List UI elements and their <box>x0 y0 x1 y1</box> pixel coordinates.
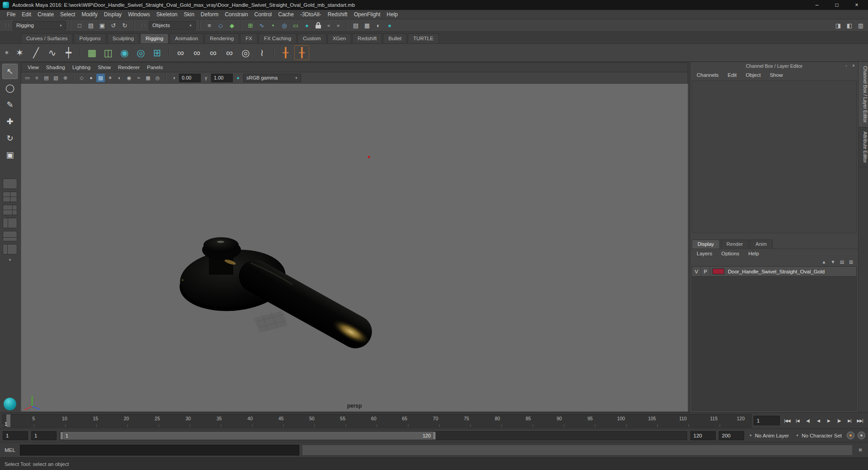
time-slider-ruler[interactable]: 1 5 10 15 20 25 30 35 40 45 50 55 60 65 … <box>2 414 751 428</box>
smooth-shade-icon[interactable]: ● <box>87 74 95 82</box>
panel-splitter[interactable] <box>690 233 858 239</box>
command-language-toggle[interactable]: MEL <box>3 447 17 453</box>
snap-to-curve-icon[interactable]: ∿ <box>257 20 267 30</box>
side-tab-channel-box[interactable]: Channel Box / Layer Editor <box>859 62 868 127</box>
edit-attribute-icon[interactable]: ╂ <box>294 45 309 60</box>
layout-persp-outliner-button[interactable] <box>3 205 17 215</box>
ik-handle-icon[interactable]: ╱ <box>28 45 43 60</box>
panel-menu-view[interactable]: View <box>24 64 42 71</box>
render-settings-icon[interactable]: ◐ <box>373 20 383 30</box>
lock-icon[interactable] <box>313 20 323 30</box>
bookmarks-icon[interactable]: ▤ <box>42 74 51 82</box>
panel-menu-shading[interactable]: Shading <box>42 64 69 71</box>
edit-menu[interactable]: Edit <box>724 71 741 79</box>
shelf-tab-custom[interactable]: Custom <box>297 33 326 43</box>
menu-edit[interactable]: Edit <box>19 10 34 19</box>
view-transform-dropdown[interactable]: sRGB gamma ▼ <box>243 74 301 82</box>
layout-single-pane-button[interactable] <box>3 179 17 189</box>
channel-list-area[interactable] <box>692 80 857 233</box>
motion-blur-icon[interactable]: ≈ <box>134 74 143 82</box>
maya-app-icon[interactable] <box>3 2 9 8</box>
menu-control[interactable]: Control <box>251 10 275 19</box>
menu-redshift[interactable]: Redshift <box>325 10 351 19</box>
toggle-channel-box-icon[interactable]: ◨ <box>833 20 843 30</box>
maximize-button[interactable]: □ <box>830 1 844 9</box>
file-open-icon[interactable]: ▤ <box>86 20 96 30</box>
channels-menu[interactable]: Channels <box>693 71 722 79</box>
close-button[interactable]: × <box>850 1 863 9</box>
shelf-tab-fx[interactable]: FX <box>240 33 258 43</box>
insert-joint-icon[interactable]: ┿ <box>61 45 76 60</box>
shelf-tab-bullet[interactable]: Bullet <box>383 33 407 43</box>
menu-set-dropdown[interactable]: Rigging ▼ <box>13 21 66 30</box>
rotate-tool-button[interactable]: ↻ <box>2 131 18 146</box>
go-to-start-button[interactable]: |◀◀ <box>782 416 792 426</box>
select-camera-icon[interactable]: ▭ <box>23 74 32 82</box>
panel-menu-show[interactable]: Show <box>94 64 114 71</box>
auto-keyframe-toggle[interactable] <box>847 432 854 439</box>
point-constraint-icon[interactable]: ∞ <box>189 45 204 60</box>
layout-outliner-persp-button[interactable] <box>3 244 17 254</box>
menu-3dtoall[interactable]: -3DtoAll- <box>297 10 325 19</box>
character-set-dropdown[interactable]: ▼ No Character Set <box>794 433 844 438</box>
step-back-frame-button[interactable]: ◀| <box>803 416 813 426</box>
interactive-bind-icon[interactable]: ◎ <box>133 45 148 60</box>
select-by-hierarchy-icon[interactable]: ≡ <box>204 20 214 30</box>
viewport-3d-scene[interactable] <box>21 84 688 411</box>
menu-skin[interactable]: Skin <box>181 10 198 19</box>
scale-tool-button[interactable]: ▣ <box>2 147 18 163</box>
tab-anim[interactable]: Anim <box>750 240 773 249</box>
move-layer-up-icon[interactable]: ▲ <box>821 258 827 265</box>
layout-four-pane-button[interactable] <box>3 192 17 202</box>
render-current-frame-icon[interactable]: ● <box>385 20 395 30</box>
multisample-aa-icon[interactable]: ▦ <box>144 74 152 82</box>
snap-to-point-icon[interactable]: • <box>268 20 278 30</box>
new-empty-layer-icon[interactable]: ▤ <box>839 258 845 265</box>
parent-constraint-icon[interactable]: ∞ <box>173 45 188 60</box>
paint-select-tool-button[interactable]: ✎ <box>2 97 18 113</box>
gamma-icon[interactable]: γ <box>202 74 210 82</box>
ipr-render-icon[interactable]: ▦ <box>362 20 372 30</box>
float-panel-icon[interactable]: ▫ <box>843 62 849 69</box>
wireframe-icon[interactable]: ◇ <box>77 74 86 82</box>
menu-constrain[interactable]: Constrain <box>222 10 251 19</box>
close-panel-icon[interactable]: × <box>850 62 857 69</box>
step-forward-key-button[interactable]: ▶| <box>844 416 854 426</box>
shelf-tab-animation[interactable]: Animation <box>170 33 203 43</box>
playback-range-bar[interactable]: 1 120 <box>60 432 436 440</box>
select-tool-button[interactable]: ↖ <box>2 64 18 79</box>
file-new-icon[interactable]: □ <box>75 20 85 30</box>
character-controls-icon[interactable]: ◫ <box>101 45 116 60</box>
select-by-object-icon[interactable]: ◇ <box>216 20 226 30</box>
shelf-tab-polygons[interactable]: Polygons <box>74 33 106 43</box>
textured-icon[interactable]: ▨ <box>96 74 105 82</box>
shelf-tab-turtle[interactable]: TURTLE <box>408 33 439 43</box>
panel-menu-lighting[interactable]: Lighting <box>69 64 94 71</box>
menu-windows[interactable]: Windows <box>125 10 153 19</box>
shelf-options-gear-icon[interactable]: ✱ <box>3 46 11 60</box>
options-menu[interactable]: Options <box>718 250 743 257</box>
playback-end-field[interactable] <box>690 431 716 440</box>
pole-vector-constraint-icon[interactable]: ◎ <box>238 45 253 60</box>
go-to-end-button[interactable]: ▶▶| <box>855 416 865 426</box>
new-layer-from-selected-icon[interactable]: ▥ <box>848 258 854 265</box>
menu-select[interactable]: Select <box>57 10 78 19</box>
step-forward-frame-button[interactable]: |▶ <box>834 416 844 426</box>
toggle-tool-settings-icon[interactable]: ▥ <box>856 20 866 30</box>
command-input[interactable] <box>20 445 299 456</box>
undo-icon[interactable]: ↺ <box>108 20 118 30</box>
step-back-key-button[interactable]: |◀ <box>793 416 802 426</box>
menu-skeleton[interactable]: Skeleton <box>153 10 181 19</box>
anim-layer-dropdown[interactable]: ▼ No Anim Layer <box>747 433 791 438</box>
animation-preferences-button[interactable] <box>858 432 865 439</box>
menu-help[interactable]: Help <box>383 10 401 19</box>
layout-two-pane-stacked-button[interactable] <box>3 231 17 241</box>
exposure-field[interactable] <box>179 74 201 82</box>
layout-more-chevron-icon[interactable]: ▼ <box>8 258 12 262</box>
menu-deform[interactable]: Deform <box>198 10 222 19</box>
smooth-bind-icon[interactable]: ◉ <box>117 45 132 60</box>
file-save-icon[interactable]: ▣ <box>97 20 107 30</box>
color-managed-icon[interactable]: ● <box>234 74 242 82</box>
two-d-pan-zoom-icon[interactable]: ⊕ <box>61 74 70 82</box>
input-connections-icon[interactable]: « <box>325 21 333 29</box>
